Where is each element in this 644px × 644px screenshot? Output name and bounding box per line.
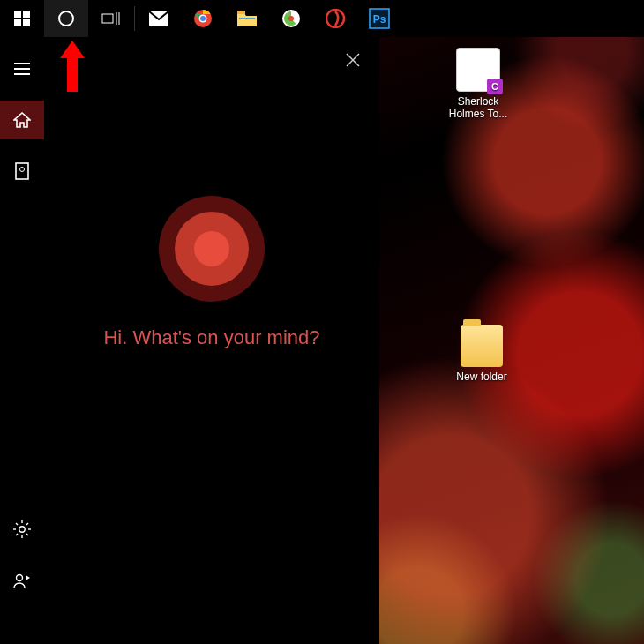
folder-icon bbox=[236, 10, 258, 27]
cortana-ring-icon bbox=[57, 10, 75, 27]
svg-point-15 bbox=[288, 16, 294, 21]
cortana-feedback-button[interactable] bbox=[0, 561, 44, 600]
svg-line-32 bbox=[16, 534, 18, 535]
hamburger-icon bbox=[14, 63, 30, 75]
svg-rect-12 bbox=[237, 11, 245, 14]
close-icon bbox=[346, 53, 360, 67]
svg-point-23 bbox=[20, 168, 25, 172]
svg-rect-13 bbox=[239, 18, 255, 19]
photoshop-icon: Ps bbox=[369, 8, 390, 29]
svg-text:Ps: Ps bbox=[373, 13, 386, 26]
taskview-button[interactable] bbox=[88, 0, 132, 37]
cortana-menu-button[interactable] bbox=[0, 49, 44, 88]
desktop-icon-label: New folder bbox=[456, 371, 506, 383]
notebook-icon bbox=[14, 162, 30, 180]
chrome-icon bbox=[193, 9, 213, 28]
desktop-icon-sherlock[interactable]: C Sherlock Holmes To... bbox=[441, 48, 515, 120]
svg-line-29 bbox=[16, 523, 18, 525]
taskbar-app-chrome[interactable] bbox=[181, 0, 225, 37]
cortana-notebook-button[interactable] bbox=[0, 152, 44, 191]
taskview-icon bbox=[101, 11, 120, 26]
feedback-icon bbox=[13, 573, 31, 588]
svg-rect-5 bbox=[102, 14, 113, 23]
svg-line-31 bbox=[26, 523, 28, 525]
coccoc-icon bbox=[281, 9, 301, 28]
cortana-orb bbox=[159, 196, 265, 302]
garena-icon bbox=[326, 9, 345, 28]
svg-point-4 bbox=[59, 11, 73, 26]
svg-point-33 bbox=[17, 575, 23, 581]
taskbar-app-coccoc[interactable] bbox=[269, 0, 313, 37]
svg-point-24 bbox=[19, 527, 25, 532]
svg-point-11 bbox=[200, 16, 206, 21]
windows-icon bbox=[14, 11, 30, 26]
cortana-taskbar-button[interactable] bbox=[44, 0, 88, 37]
taskbar-app-explorer[interactable] bbox=[225, 0, 269, 37]
cortana-home-button[interactable] bbox=[0, 101, 44, 139]
cortana-panel: Hi. What's on your mind? bbox=[0, 37, 379, 644]
home-icon bbox=[13, 112, 31, 128]
gear-icon bbox=[13, 520, 31, 538]
close-button[interactable] bbox=[346, 53, 360, 71]
svg-line-30 bbox=[26, 534, 28, 535]
cortana-main: Hi. What's on your mind? bbox=[44, 37, 379, 644]
taskbar-app-garena[interactable] bbox=[313, 0, 357, 37]
svg-rect-0 bbox=[14, 11, 21, 18]
cortana-sidebar bbox=[0, 37, 44, 644]
taskbar-separator bbox=[134, 6, 135, 31]
svg-rect-2 bbox=[14, 19, 21, 26]
cortana-settings-button[interactable] bbox=[0, 510, 44, 549]
folder-icon bbox=[461, 325, 503, 367]
desktop-icon-label: Sherlock Holmes To... bbox=[441, 95, 515, 120]
taskbar-app-mail[interactable] bbox=[137, 0, 181, 37]
svg-rect-3 bbox=[23, 19, 30, 26]
book-icon: C bbox=[456, 48, 500, 92]
taskbar-app-photoshop[interactable]: Ps bbox=[357, 0, 401, 37]
mail-icon bbox=[148, 11, 169, 26]
taskbar: Ps bbox=[0, 0, 644, 37]
cortana-prompt-text: Hi. What's on your mind? bbox=[103, 326, 319, 349]
start-button[interactable] bbox=[0, 0, 44, 37]
svg-rect-1 bbox=[23, 11, 30, 18]
desktop-icon-newfolder[interactable]: New folder bbox=[445, 325, 519, 383]
